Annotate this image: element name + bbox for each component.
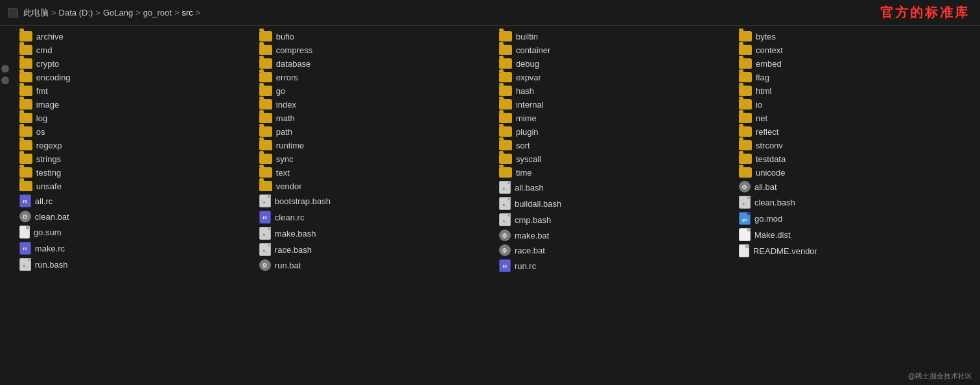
list-item[interactable]: rc clean.rc: [255, 209, 495, 225]
list-item[interactable]: Make.dist: [735, 227, 975, 242]
list-item[interactable]: >_ all.bash: [495, 180, 735, 195]
list-item[interactable]: log: [16, 111, 255, 124]
list-item[interactable]: flag: [735, 71, 975, 84]
list-item[interactable]: rc make.rc: [16, 240, 255, 256]
list-item[interactable]: ⚙ run.bat: [255, 258, 495, 272]
list-item[interactable]: ⚙ clean.bat: [16, 209, 255, 224]
list-item[interactable]: index: [255, 98, 495, 111]
list-item[interactable]: time: [495, 166, 735, 179]
list-item[interactable]: unicode: [735, 166, 975, 179]
breadcrumb-sep-4: >: [196, 8, 201, 18]
list-item[interactable]: context: [735, 43, 975, 56]
list-item[interactable]: strconv: [735, 139, 975, 152]
file-name: make.bash: [275, 229, 316, 239]
list-item[interactable]: syscall: [495, 152, 735, 165]
file-name: index: [276, 100, 296, 110]
file-name: buildall.bash: [515, 199, 561, 209]
folder-icon: [19, 126, 32, 137]
list-item[interactable]: archive: [16, 30, 255, 43]
list-item[interactable]: encoding: [16, 71, 255, 84]
list-item[interactable]: fmt: [16, 84, 255, 97]
list-item[interactable]: go: [255, 84, 495, 97]
column-col2: bufio compress database errors go index …: [255, 30, 495, 274]
folder-icon: [739, 113, 752, 123]
pin-top[interactable]: [1, 65, 9, 73]
folder-icon: [499, 167, 512, 178]
list-item[interactable]: ⚙ race.bat: [495, 243, 735, 257]
file-name: os: [36, 127, 45, 137]
file-name: net: [756, 113, 767, 123]
file-name: flag: [756, 73, 769, 82]
list-item[interactable]: reflect: [735, 125, 975, 138]
list-item[interactable]: >_ race.bash: [255, 242, 495, 257]
list-item[interactable]: math: [255, 111, 495, 124]
list-item[interactable]: text: [255, 166, 495, 179]
breadcrumb-item-1[interactable]: Data (D:): [59, 8, 93, 18]
list-item[interactable]: vendor: [255, 180, 495, 192]
list-item[interactable]: sync: [255, 152, 495, 165]
file-name: unicode: [756, 168, 786, 178]
list-item[interactable]: crypto: [16, 57, 255, 70]
list-item[interactable]: README.vendor: [735, 243, 975, 259]
list-item[interactable]: compress: [255, 43, 495, 56]
list-item[interactable]: io: [735, 98, 975, 111]
breadcrumb-item-2[interactable]: GoLang: [103, 8, 133, 18]
list-item[interactable]: rc all.rc: [16, 193, 255, 209]
folder-icon: [499, 140, 512, 150]
breadcrumb-item-3[interactable]: go_root: [143, 8, 172, 18]
breadcrumb-item-0[interactable]: 此电脑: [23, 7, 49, 19]
list-item[interactable]: >_ make.bash: [255, 226, 495, 241]
list-item[interactable]: runtime: [255, 139, 495, 152]
folder-icon: [259, 58, 272, 69]
side-nav: [0, 26, 10, 384]
list-item[interactable]: errors: [255, 71, 495, 84]
header-title: 官方的标准库: [880, 4, 970, 21]
list-item[interactable]: go go.mod: [735, 211, 975, 226]
file-name: make.rc: [35, 244, 65, 253]
list-item[interactable]: os: [16, 125, 255, 138]
list-item[interactable]: go.sum: [16, 224, 255, 240]
list-item[interactable]: hash: [495, 84, 735, 97]
list-item[interactable]: container: [495, 43, 735, 56]
list-item[interactable]: path: [255, 125, 495, 138]
list-item[interactable]: >_ clean.bash: [735, 194, 975, 210]
list-item[interactable]: unsafe: [16, 180, 255, 192]
list-item[interactable]: testing: [16, 166, 255, 179]
list-item[interactable]: debug: [495, 57, 735, 70]
folder-icon: [499, 154, 512, 164]
folder-icon: [739, 154, 752, 164]
file-name: time: [516, 168, 532, 178]
list-item[interactable]: ⚙ all.bat: [735, 180, 975, 194]
list-item[interactable]: mime: [495, 111, 735, 124]
list-item[interactable]: bufio: [255, 30, 495, 43]
list-item[interactable]: testdata: [735, 152, 975, 165]
list-item[interactable]: html: [735, 84, 975, 97]
list-item[interactable]: builtin: [495, 30, 735, 43]
list-item[interactable]: internal: [495, 98, 735, 111]
list-item[interactable]: >_ cmp.bash: [495, 212, 735, 228]
folder-icon: [499, 86, 512, 96]
breadcrumb-item-4[interactable]: src: [181, 8, 192, 18]
file-name: race.bat: [515, 246, 545, 255]
list-item[interactable]: >_ run.bash: [16, 257, 255, 272]
list-item[interactable]: >_ buildall.bash: [495, 196, 735, 211]
list-item[interactable]: ⚙ make.bat: [495, 228, 735, 242]
pin-bottom[interactable]: [1, 76, 9, 84]
list-item[interactable]: plugin: [495, 125, 735, 138]
list-item[interactable]: bytes: [735, 30, 975, 43]
list-item[interactable]: database: [255, 57, 495, 70]
folder-icon: [259, 167, 272, 178]
list-item[interactable]: image: [16, 98, 255, 111]
list-item[interactable]: net: [735, 111, 975, 124]
list-item[interactable]: regexp: [16, 139, 255, 152]
file-name: runtime: [276, 141, 304, 150]
folder-icon: [259, 31, 272, 41]
file-name: make.bat: [515, 231, 549, 240]
list-item[interactable]: >_ bootstrap.bash: [255, 193, 495, 209]
list-item[interactable]: rc run.rc: [495, 258, 735, 274]
list-item[interactable]: sort: [495, 139, 735, 152]
list-item[interactable]: embed: [735, 57, 975, 70]
list-item[interactable]: expvar: [495, 71, 735, 84]
list-item[interactable]: cmd: [16, 43, 255, 56]
list-item[interactable]: strings: [16, 152, 255, 165]
